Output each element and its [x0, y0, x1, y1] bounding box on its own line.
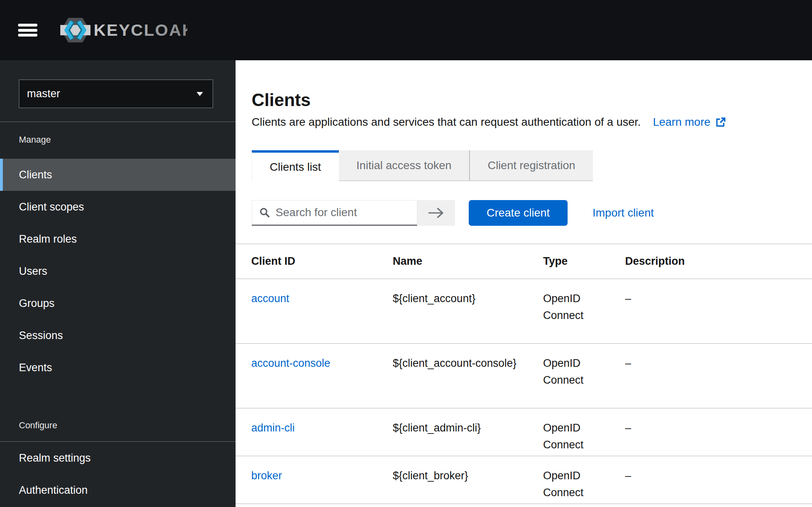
chevron-down-icon	[197, 92, 203, 96]
client-name-cell: ${client_account}	[386, 279, 537, 343]
client-id-link[interactable]: account	[251, 292, 289, 305]
table-row: admin-cli ${client_admin-cli} OpenID Con…	[236, 408, 812, 456]
realm-selector-value: master	[27, 88, 60, 100]
table-header-row: Client ID Name Type Description	[236, 244, 812, 279]
nav-section-title-configure: Configure	[19, 417, 236, 433]
client-id-link[interactable]: admin-cli	[251, 422, 295, 434]
client-id-link[interactable]: broker	[251, 470, 282, 482]
client-type-cell: OpenID Connect	[537, 456, 619, 504]
sidebar-item-client-scopes[interactable]: Client scopes	[0, 191, 236, 223]
tab-initial-access-token[interactable]: Initial access token	[339, 150, 470, 181]
tab-clients-list[interactable]: Clients list	[252, 150, 339, 181]
client-type-cell: OpenID Connect	[537, 408, 619, 456]
arrow-right-icon	[427, 207, 445, 219]
tabs: Clients list Initial access token Client…	[252, 150, 787, 181]
column-header-description: Description	[619, 244, 812, 279]
create-client-button[interactable]: Create client	[469, 200, 568, 226]
client-description-cell: –	[619, 279, 812, 343]
sidebar-item-realm-settings[interactable]: Realm settings	[0, 442, 236, 474]
sidebar-item-authentication[interactable]: Authentication	[0, 474, 236, 506]
search-input[interactable]	[276, 206, 417, 219]
search-group	[252, 200, 455, 226]
sidebar: master Manage Clients Client scopes Real…	[0, 60, 236, 507]
column-header-client-id: Client ID	[236, 244, 386, 279]
page-title: Clients	[252, 90, 787, 110]
keycloak-logo[interactable]: KEYCLOAK	[60, 16, 187, 45]
toolbar: Create client Import client	[252, 200, 787, 226]
sidebar-item-events[interactable]: Events	[0, 352, 236, 384]
tab-client-registration[interactable]: Client registration	[469, 150, 593, 181]
sidebar-divider	[0, 121, 236, 122]
sidebar-item-users[interactable]: Users	[0, 255, 236, 287]
manage-nav: Clients Client scopes Realm roles Users …	[0, 159, 236, 384]
table-row: broker ${client_broker} OpenID Connect –	[236, 456, 812, 504]
external-link-icon	[715, 117, 726, 128]
page-subtitle: Clients are applications and services th…	[252, 115, 641, 129]
page-subtitle-row: Clients are applications and services th…	[252, 115, 787, 129]
nav-toggle-hamburger-icon[interactable]	[18, 24, 37, 37]
search-submit-button[interactable]	[417, 200, 455, 226]
brand-text: KEYCLOAK	[94, 20, 187, 39]
client-name-cell: ${client_account-console}	[386, 343, 537, 408]
client-description-cell: –	[619, 408, 812, 456]
client-name-cell: ${client_broker}	[386, 456, 537, 504]
masthead: KEYCLOAK	[0, 0, 812, 60]
realm-selector-dropdown[interactable]: master	[19, 80, 213, 108]
nav-section-title-manage: Manage	[19, 132, 236, 148]
table-row: account-console ${client_account-console…	[236, 343, 812, 408]
column-header-name: Name	[386, 244, 537, 279]
client-type-cell: OpenID Connect	[537, 279, 619, 343]
client-type-cell: OpenID Connect	[537, 343, 619, 408]
column-header-type: Type	[537, 244, 619, 279]
clients-table: Client ID Name Type Description account …	[236, 243, 812, 504]
client-description-cell: –	[619, 343, 812, 408]
nav-section-configure: Configure Realm settings Authentication	[0, 417, 236, 506]
sidebar-item-groups[interactable]: Groups	[0, 287, 236, 319]
client-id-link[interactable]: account-console	[251, 357, 330, 369]
client-description-cell: –	[619, 456, 812, 504]
search-icon	[259, 206, 271, 219]
import-client-link[interactable]: Import client	[593, 206, 654, 219]
table-row: account ${client_account} OpenID Connect…	[236, 279, 812, 343]
configure-nav: Realm settings Authentication	[0, 442, 236, 506]
learn-more-link[interactable]: Learn more	[653, 116, 726, 129]
search-box	[252, 200, 417, 226]
client-name-cell: ${client_admin-cli}	[386, 408, 537, 456]
nav-section-manage: Manage Clients Client scopes Realm roles…	[0, 132, 236, 384]
keycloak-hexagon-icon: KEYCLOAK	[60, 16, 187, 45]
sidebar-item-clients[interactable]: Clients	[0, 159, 236, 191]
main-content: Clients Clients are applications and ser…	[236, 60, 812, 507]
sidebar-item-realm-roles[interactable]: Realm roles	[0, 223, 236, 255]
sidebar-item-sessions[interactable]: Sessions	[0, 319, 236, 352]
